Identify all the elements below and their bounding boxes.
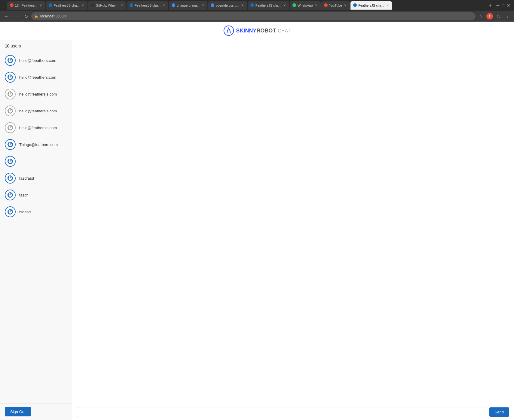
user-email-u8: fasdfasd [19, 176, 34, 181]
user-item-u8[interactable]: fasdfasd [0, 170, 72, 187]
tab-favicon-t7 [250, 3, 254, 8]
user-avatar: T [486, 13, 493, 20]
browser-tab-t3[interactable]: GitHub: Wher... ✕ [88, 1, 126, 10]
browser-tab-t2[interactable]: FeathersJS cha... ✕ [46, 1, 87, 10]
tab-close-t3[interactable]: ✕ [120, 4, 124, 8]
user-avatar-u8 [5, 173, 16, 184]
nav-tools: ☆ T ⬡ ⋮ [477, 12, 512, 20]
browser-chrome: ⌄ 18 - Feathers... ✕ FeathersJS cha... ✕… [0, 0, 514, 22]
address-bar[interactable]: 🔒 localhost:3030/# [31, 12, 476, 20]
minimize-btn[interactable]: ─ [497, 3, 500, 8]
svg-point-1 [49, 3, 52, 7]
tab-favicon-t1 [10, 3, 14, 8]
sign-out-button[interactable]: Sign Out [5, 407, 31, 416]
restore-btn[interactable]: □ [502, 3, 504, 8]
tab-label-t3: GitHub: Wher... [96, 4, 118, 7]
tab-close-t4[interactable]: ✕ [162, 4, 166, 8]
close-btn[interactable]: ✕ [507, 3, 510, 8]
tab-label-t4: FeathersJS cha... [135, 4, 161, 7]
svg-point-4 [172, 3, 175, 7]
user-item-u1[interactable]: hello@feeathers.com [0, 52, 72, 69]
browser-tab-t5[interactable]: change prima... ✕ [169, 1, 207, 10]
svg-point-7 [292, 3, 296, 7]
tab-close-t9[interactable]: ✕ [343, 4, 347, 8]
profile-button[interactable]: T [486, 12, 494, 20]
reload-button[interactable]: ↻ [22, 12, 30, 20]
user-email-u1: hello@feeathers.com [19, 58, 56, 63]
browser-tab-t1[interactable]: 18 - Feathers... ✕ [7, 1, 45, 10]
tab-label-t1: 18 - Feathers... [15, 4, 38, 7]
extensions-button[interactable]: ⬡ [495, 12, 503, 20]
tab-bar: ⌄ 18 - Feathers... ✕ FeathersJS cha... ✕… [0, 0, 514, 11]
browser-tab-t10[interactable]: FeathersJS cha... ✕ [350, 1, 392, 10]
tab-favicon-t10 [353, 3, 357, 8]
tab-favicon-t8 [292, 3, 296, 8]
back-button[interactable]: ← [2, 12, 11, 20]
logo-robot: ROBOT [256, 28, 276, 34]
user-item-u2[interactable]: hello@feeathers.com [0, 69, 72, 86]
sidebar: 10 users hello@feeathers.com hello@feeat… [0, 40, 72, 420]
tab-close-t10[interactable]: ✕ [385, 4, 390, 8]
browser-tab-t7[interactable]: FeathersJS cha... ✕ [248, 1, 289, 10]
user-email-u9: fasdf [19, 193, 28, 197]
svg-point-6 [250, 3, 254, 7]
user-item-u3[interactable]: hello@feathersjs.com [0, 86, 72, 102]
tab-close-t1[interactable]: ✕ [39, 4, 43, 8]
sidebar-scroll[interactable]: hello@feeathers.com hello@feeathers.com … [0, 52, 72, 403]
user-item-u9[interactable]: fasdf [0, 187, 72, 203]
tab-favicon-t4 [129, 3, 133, 8]
tab-favicon-t9 [324, 3, 328, 8]
svg-point-9 [353, 3, 357, 7]
user-avatar-u3 [5, 89, 16, 99]
address-text: localhost:3030/# [40, 14, 66, 18]
chat-messages[interactable] [72, 40, 514, 404]
user-item-u5[interactable]: hello@feathersjs.com [0, 119, 72, 136]
menu-button[interactable]: ⋮ [504, 12, 512, 20]
user-avatar-u2 [5, 72, 16, 83]
tab-favicon-t3 [90, 3, 95, 8]
user-item-u4[interactable]: hello@feathersjs.com [0, 102, 72, 119]
logo-skinny: SKINNY [236, 28, 256, 34]
tab-favicon-t2 [48, 3, 53, 8]
user-item-u7[interactable] [0, 153, 72, 170]
logo-area: SKINNYROBOTCHAT [223, 25, 290, 36]
tab-overflow-btn[interactable]: ⌄ [1, 3, 7, 8]
svg-point-8 [324, 3, 328, 7]
tab-label-t10: FeathersJS cha... [358, 4, 384, 7]
browser-tab-t8[interactable]: WhatsApp ✕ [290, 1, 321, 10]
user-email-u10: fsdasd [19, 210, 31, 214]
app-container: SKINNYROBOTCHAT 10 users hello@feeathers… [0, 22, 514, 420]
forward-button[interactable]: → [12, 12, 20, 20]
lock-icon: 🔒 [34, 14, 38, 18]
svg-point-10 [224, 26, 234, 35]
svg-point-11 [228, 27, 229, 29]
tab-close-t8[interactable]: ✕ [314, 4, 318, 8]
browser-tab-t9[interactable]: YouTube ✕ [321, 1, 350, 10]
browser-tab-t4[interactable]: FeathersJS cha... ✕ [127, 1, 168, 10]
svg-point-5 [211, 3, 214, 7]
chat-input[interactable] [77, 407, 486, 417]
user-avatar-u10 [5, 206, 16, 217]
user-list: hello@feeathers.com hello@feeathers.com … [0, 52, 72, 220]
chat-input-area: Send [72, 404, 514, 420]
tab-label-t2: FeathersJS cha... [54, 4, 80, 7]
send-button[interactable]: Send [489, 407, 509, 417]
tab-label-t6: override css p... [216, 4, 239, 7]
sidebar-footer: Sign Out [0, 403, 72, 420]
user-email-u4: hello@feathersjs.com [19, 109, 57, 113]
tab-close-t2[interactable]: ✕ [81, 4, 85, 8]
user-item-u6[interactable]: Thiago@feathers.com [0, 136, 72, 153]
bookmark-button[interactable]: ☆ [477, 12, 485, 20]
user-avatar-u7 [5, 156, 16, 167]
tab-close-t5[interactable]: ✕ [201, 4, 205, 8]
tab-close-t6[interactable]: ✕ [240, 4, 245, 8]
new-tab-button[interactable]: + [487, 3, 493, 8]
tab-favicon-t6 [210, 3, 215, 8]
user-avatar-u6 [5, 139, 16, 150]
user-avatar-u1 [5, 55, 16, 66]
tab-close-t7[interactable]: ✕ [283, 4, 287, 8]
user-email-u3: hello@feathersjs.com [19, 92, 57, 96]
browser-tab-t6[interactable]: override css p... ✕ [208, 1, 247, 10]
tab-label-t5: change prima... [177, 4, 200, 7]
user-item-u10[interactable]: fsdasd [0, 203, 72, 220]
